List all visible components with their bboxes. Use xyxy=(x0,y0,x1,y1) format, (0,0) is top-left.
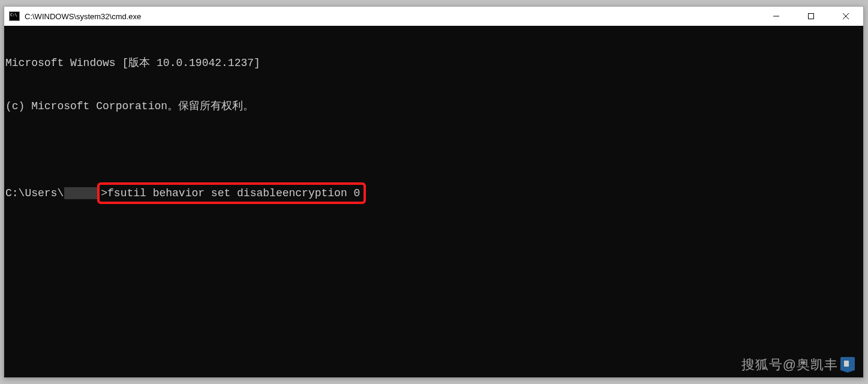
console-area[interactable]: Microsoft Windows [版本 10.0.19042.1237] (… xyxy=(4,26,863,377)
window-title: C:\WINDOWS\system32\cmd.exe xyxy=(25,12,759,21)
console-copyright-line: (c) Microsoft Corporation。保留所有权利。 xyxy=(5,99,863,113)
titlebar[interactable]: C:\WINDOWS\system32\cmd.exe xyxy=(4,7,863,26)
cmd-window: C:\WINDOWS\system32\cmd.exe Microsoft Wi… xyxy=(4,6,864,378)
console-prompt-line: C:\Users\>fsutil behavior set disableenc… xyxy=(5,185,863,201)
command-highlight-box: >fsutil behavior set disableencryption 0 xyxy=(97,182,366,204)
maximize-icon xyxy=(807,13,815,20)
watermark: 搜狐号@奥凯丰 xyxy=(741,357,855,373)
cmd-icon xyxy=(9,11,20,21)
window-controls xyxy=(759,7,863,26)
prompt-path-prefix: C:\Users\ xyxy=(5,186,64,200)
svg-rect-1 xyxy=(809,14,814,19)
minimize-icon xyxy=(773,13,780,20)
console-blank-line xyxy=(5,142,863,157)
typed-command: fsutil behavior set disableencryption 0 xyxy=(107,187,360,199)
close-button[interactable] xyxy=(828,7,863,26)
desktop-background: C:\WINDOWS\system32\cmd.exe Microsoft Wi… xyxy=(0,0,868,384)
close-icon xyxy=(842,13,849,20)
minimize-button[interactable] xyxy=(759,7,794,26)
redacted-username xyxy=(64,187,98,199)
maximize-button[interactable] xyxy=(794,7,828,26)
console-version-line: Microsoft Windows [版本 10.0.19042.1237] xyxy=(5,56,863,70)
watermark-logo-icon xyxy=(840,357,855,373)
watermark-text: 搜狐号@奥凯丰 xyxy=(741,358,838,372)
prompt-chevron: > xyxy=(101,187,107,199)
